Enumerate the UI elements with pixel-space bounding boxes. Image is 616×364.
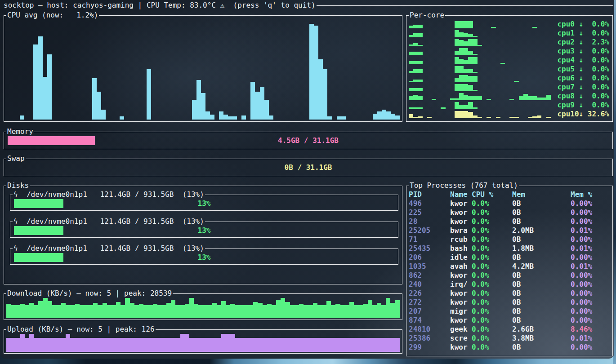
- process-row[interactable]: 25205bwra0.0%2.0MB0.01%: [409, 226, 611, 235]
- chart-bar: [217, 305, 221, 318]
- chart-bar: [84, 305, 89, 318]
- chart-bar: [29, 334, 34, 352]
- process-row[interactable]: 206idle0.0%0B0.00%: [409, 253, 611, 262]
- chart-bar: [455, 57, 459, 64]
- process-row[interactable]: 25386scre0.0%3.8MB0.01%: [409, 334, 611, 343]
- chart-bar: [473, 107, 478, 109]
- chart-bar: [496, 117, 500, 118]
- process-row[interactable]: 272kwor0.0%0B0.00%: [409, 298, 611, 307]
- chart-bar: [230, 334, 235, 352]
- process-cell: scre: [450, 334, 472, 343]
- chart-bar: [75, 304, 80, 318]
- process-row[interactable]: 207migr0.0%0B0.00%: [409, 307, 611, 316]
- process-row[interactable]: 71rcub0.0%0B0.00%: [409, 235, 611, 244]
- process-cell: 0B: [512, 217, 571, 226]
- chart-bar: [413, 88, 418, 91]
- process-row[interactable]: 874kwor0.0%0B0.00%: [409, 316, 611, 325]
- disks-panel: Disks ϟ /dev/nvme0n1p1 121.4GB / 931.5GB…: [4, 181, 402, 284]
- chart-bar: [43, 298, 47, 318]
- process-row[interactable]: 240irq/0.0%0B0.00%: [409, 280, 611, 289]
- process-row[interactable]: 226kwor0.0%0B0.00%: [409, 289, 611, 298]
- chart-bar: [326, 338, 331, 352]
- chart-bar: [221, 334, 226, 352]
- column-header-name: Name: [450, 190, 472, 199]
- process-row[interactable]: 1035avah0.0%4.2MB0.01%: [409, 262, 611, 271]
- process-cell: 0.0%: [472, 244, 512, 253]
- memory-gauge-label: 4.5GB / 31.1GB: [8, 136, 609, 145]
- chart-bar: [409, 96, 413, 100]
- chart-bar: [192, 100, 196, 120]
- chart-bar: [166, 303, 171, 318]
- process-cell: 0B: [512, 343, 571, 352]
- process-cell: 0B: [512, 298, 571, 307]
- chart-bar: [386, 338, 390, 352]
- chart-bar: [459, 84, 464, 91]
- download-title: Download (KB/s) — now: 5 | peak: 28539: [4, 289, 402, 298]
- process-cell: 0.00%: [571, 280, 611, 289]
- process-cell: 0.0%: [472, 235, 512, 244]
- per-core-rows: cpu0 ↓ 0.0%cpu1 ↓ 0.0%cpu2 ↓ 2.3%cpu3 ↓ …: [406, 20, 613, 122]
- chart-bar: [326, 301, 331, 318]
- process-cell: kwor: [450, 316, 472, 325]
- process-row[interactable]: 299kwor0.0%0B0.00%: [409, 343, 611, 352]
- processes-title: Top Processes (767 total): [406, 181, 613, 190]
- chart-bar: [509, 117, 514, 118]
- chart-bar: [208, 305, 212, 318]
- chart-bar: [240, 338, 244, 352]
- process-cell: 0.00%: [571, 235, 611, 244]
- chart-bar: [349, 338, 354, 352]
- chart-bar: [468, 39, 473, 46]
- process-row[interactable]: 496kwor0.0%0B0.00%: [409, 199, 611, 208]
- chart-bar: [6, 304, 11, 318]
- chart-bar: [473, 96, 478, 100]
- process-table[interactable]: PIDNameCPU %MemMem %496kwor0.0%0B0.00%22…: [409, 190, 611, 353]
- cpu-avg-title: CPU avg (now: 1.2%): [4, 11, 402, 20]
- chart-bar: [487, 99, 491, 100]
- process-cell: 299: [409, 343, 450, 352]
- chart-bar: [413, 52, 418, 55]
- process-cell: geek: [450, 325, 472, 334]
- chart-bar: [171, 338, 175, 352]
- cpu-avg-panel: CPU avg (now: 1.2%): [4, 11, 402, 122]
- process-cell: 0B: [512, 289, 571, 298]
- process-cell: 207: [409, 307, 450, 316]
- process-cell: 0.0%: [472, 262, 512, 271]
- chart-bar: [340, 338, 345, 352]
- socktop-terminal-window[interactable]: socktop — host: cachyos-gaming | CPU Tem…: [0, 0, 614, 359]
- process-row[interactable]: 225kwor0.0%0B0.00%: [409, 208, 611, 217]
- process-row[interactable]: 25435bash0.0%1.8MB0.01%: [409, 244, 611, 253]
- memory-panel: Memory 4.5GB / 31.1GB: [4, 127, 613, 149]
- process-row[interactable]: 28kwor0.0%0B0.00%: [409, 217, 611, 226]
- chart-bar: [377, 338, 381, 352]
- chart-bar: [143, 305, 148, 318]
- process-cell: 0.00%: [571, 217, 611, 226]
- core-row-cpu8: cpu8 ↓ 0.0%: [409, 92, 610, 101]
- process-row[interactable]: 24810geek0.0%2.6GB8.46%: [409, 325, 611, 334]
- chart-bar: [134, 338, 139, 352]
- chart-bar: [89, 305, 93, 318]
- chart-bar: [409, 71, 413, 73]
- chart-bar: [395, 115, 400, 120]
- chart-bar: [363, 338, 367, 352]
- chart-bar: [116, 338, 121, 352]
- chart-bar: [157, 305, 162, 318]
- chart-bar: [514, 81, 518, 82]
- disk-gauge-label: 13%: [14, 226, 394, 235]
- process-cell: 0.00%: [571, 271, 611, 280]
- chart-bar: [464, 84, 468, 91]
- swap-panel: Swap 0B / 31.1GB: [4, 154, 613, 176]
- chart-bar: [258, 303, 262, 318]
- per-core-panel: Per-core cpu0 ↓ 0.0%cpu1 ↓ 0.0%cpu2 ↓ 2.…: [406, 11, 613, 122]
- core-label: cpu2 ↓ 2.3%: [557, 38, 609, 47]
- chart-bar: [80, 305, 84, 318]
- chart-bar: [468, 112, 473, 118]
- chart-bar: [468, 34, 473, 37]
- chart-bar: [34, 338, 38, 352]
- process-cell: 0.0%: [472, 280, 512, 289]
- chart-bar: [267, 338, 272, 352]
- process-row[interactable]: 862kwor0.0%0B0.00%: [409, 271, 611, 280]
- chart-bar: [409, 114, 413, 118]
- disk-entry: ϟ /dev/nvme0n1p1 121.4GB / 931.5GB (13%)…: [10, 217, 398, 238]
- process-cell: kwor: [450, 298, 472, 307]
- chart-bar: [509, 99, 514, 100]
